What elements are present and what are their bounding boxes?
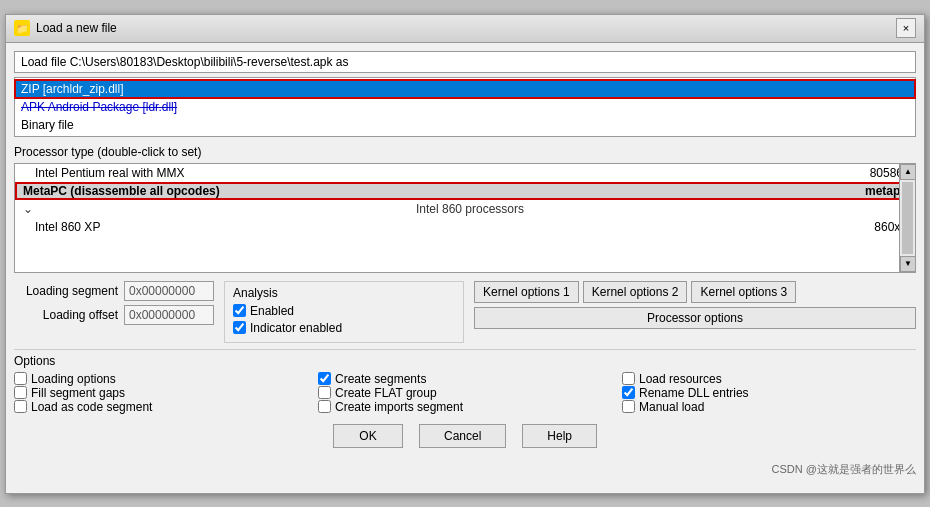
file-path-bar: Load file C:\Users\80183\Desktop\bilibil… [14, 51, 916, 73]
loading-offset-label: Loading offset [14, 308, 118, 322]
options-col1: Loading options Fill segment gaps Load a… [14, 372, 308, 414]
analysis-title: Analysis [233, 286, 455, 300]
processor-section: Processor type (double-click to set) Int… [14, 145, 916, 273]
options-section: Options Loading options Fill segment gap… [14, 349, 916, 414]
scroll-up-arrow[interactable]: ▲ [900, 164, 916, 180]
processor-scrollbar[interactable]: ▲ ▼ [899, 164, 915, 272]
option-fill-segment-gaps: Fill segment gaps [14, 386, 308, 400]
option-rename-dll-entries-checkbox[interactable] [622, 386, 635, 399]
processor-name-metapc: MetaPC (disassemble all opcodes) [23, 184, 220, 198]
load-new-file-dialog: 📁 Load a new file × Load file C:\Users\8… [5, 14, 925, 494]
processor-item-80586r[interactable]: Intel Pentium real with MMX 80586r [15, 164, 915, 182]
analysis-enabled-label: Enabled [250, 304, 294, 318]
option-rename-dll-entries: Rename DLL entries [622, 386, 916, 400]
help-button[interactable]: Help [522, 424, 597, 448]
options-col3: Load resources Rename DLL entries Manual… [622, 372, 916, 414]
watermark: CSDN @这就是强者的世界么 [6, 462, 924, 481]
processor-group-label: ⌄ [23, 202, 33, 216]
analysis-section: Analysis Enabled Indicator enabled [224, 281, 464, 343]
option-load-as-code: Load as code segment [14, 400, 308, 414]
option-fill-segment-gaps-label: Fill segment gaps [31, 386, 125, 400]
scroll-thumb[interactable] [902, 182, 913, 254]
option-create-imports-segment-checkbox[interactable] [318, 400, 331, 413]
footer-buttons: OK Cancel Help [14, 424, 916, 454]
file-type-zip[interactable]: ZIP [archldr_zip.dll] [15, 80, 915, 98]
option-manual-load-checkbox[interactable] [622, 400, 635, 413]
loading-segment-row: Loading segment [14, 281, 214, 301]
option-create-flat-group-checkbox[interactable] [318, 386, 331, 399]
option-loading-options-label: Loading options [31, 372, 116, 386]
option-load-resources: Load resources [622, 372, 916, 386]
close-button[interactable]: × [896, 18, 916, 38]
options-grid: Loading options Fill segment gaps Load a… [14, 372, 916, 414]
loading-segment-input[interactable] [124, 281, 214, 301]
processor-item-860xp[interactable]: Intel 860 XP 860xp [15, 218, 915, 236]
kernel-options-3-button[interactable]: Kernel options 3 [691, 281, 796, 303]
processor-list[interactable]: Intel Pentium real with MMX 80586r MetaP… [14, 163, 916, 273]
kernel-buttons-top: Kernel options 1 Kernel options 2 Kernel… [474, 281, 916, 303]
option-manual-load-label: Manual load [639, 400, 704, 414]
kernel-buttons-bottom: Processor options [474, 307, 916, 329]
scroll-down-arrow[interactable]: ▼ [900, 256, 916, 272]
processor-section-label: Processor type (double-click to set) [14, 145, 916, 159]
option-fill-segment-gaps-checkbox[interactable] [14, 386, 27, 399]
loading-segment-label: Loading segment [14, 284, 118, 298]
window-title: Load a new file [36, 21, 117, 35]
options-col2: Create segments Create FLAT group Create… [318, 372, 612, 414]
option-create-segments-checkbox[interactable] [318, 372, 331, 385]
option-create-imports-segment: Create imports segment [318, 400, 612, 414]
processor-list-inner: Intel Pentium real with MMX 80586r MetaP… [15, 164, 915, 236]
option-loading-options-checkbox[interactable] [14, 372, 27, 385]
option-rename-dll-entries-label: Rename DLL entries [639, 386, 749, 400]
analysis-enabled-checkbox[interactable] [233, 304, 246, 317]
processor-name-860xp: Intel 860 XP [35, 220, 100, 234]
analysis-indicator-label: Indicator enabled [250, 321, 342, 335]
title-bar-left: 📁 Load a new file [14, 20, 117, 36]
option-load-as-code-checkbox[interactable] [14, 400, 27, 413]
option-create-segments-label: Create segments [335, 372, 426, 386]
file-type-list[interactable]: ZIP [archldr_zip.dll] APK Android Packag… [14, 77, 916, 137]
option-create-segments: Create segments [318, 372, 612, 386]
loading-fields: Loading segment Loading offset [14, 281, 214, 325]
kernel-options-area: Kernel options 1 Kernel options 2 Kernel… [474, 281, 916, 329]
processor-group-intel860[interactable]: ⌄ Intel 860 processors [15, 200, 915, 218]
analysis-indicator-checkbox[interactable] [233, 321, 246, 334]
dialog-content: Load file C:\Users\80183\Desktop\bilibil… [6, 43, 924, 462]
analysis-indicator-row: Indicator enabled [233, 321, 455, 335]
file-path-text: Load file C:\Users\80183\Desktop\bilibil… [21, 55, 349, 69]
processor-options-button[interactable]: Processor options [474, 307, 916, 329]
options-title: Options [14, 354, 916, 368]
file-type-apk[interactable]: APK Android Package [ldr.dll] [15, 98, 915, 116]
option-create-flat-group: Create FLAT group [318, 386, 612, 400]
ok-button[interactable]: OK [333, 424, 403, 448]
kernel-options-2-button[interactable]: Kernel options 2 [583, 281, 688, 303]
option-load-resources-checkbox[interactable] [622, 372, 635, 385]
option-load-resources-label: Load resources [639, 372, 722, 386]
loading-offset-input[interactable] [124, 305, 214, 325]
cancel-button[interactable]: Cancel [419, 424, 506, 448]
app-icon: 📁 [14, 20, 30, 36]
option-loading-options: Loading options [14, 372, 308, 386]
file-type-binary[interactable]: Binary file [15, 116, 915, 134]
processor-name-80586r: Intel Pentium real with MMX [35, 166, 184, 180]
option-manual-load: Manual load [622, 400, 916, 414]
option-create-flat-group-label: Create FLAT group [335, 386, 437, 400]
option-load-as-code-label: Load as code segment [31, 400, 152, 414]
processor-group-name: Intel 860 processors [416, 202, 524, 216]
kernel-options-1-button[interactable]: Kernel options 1 [474, 281, 579, 303]
analysis-enabled-row: Enabled [233, 304, 455, 318]
option-create-imports-segment-label: Create imports segment [335, 400, 463, 414]
loading-offset-row: Loading offset [14, 305, 214, 325]
title-bar: 📁 Load a new file × [6, 15, 924, 43]
processor-item-metapc[interactable]: MetaPC (disassemble all opcodes) metapc [15, 182, 915, 200]
